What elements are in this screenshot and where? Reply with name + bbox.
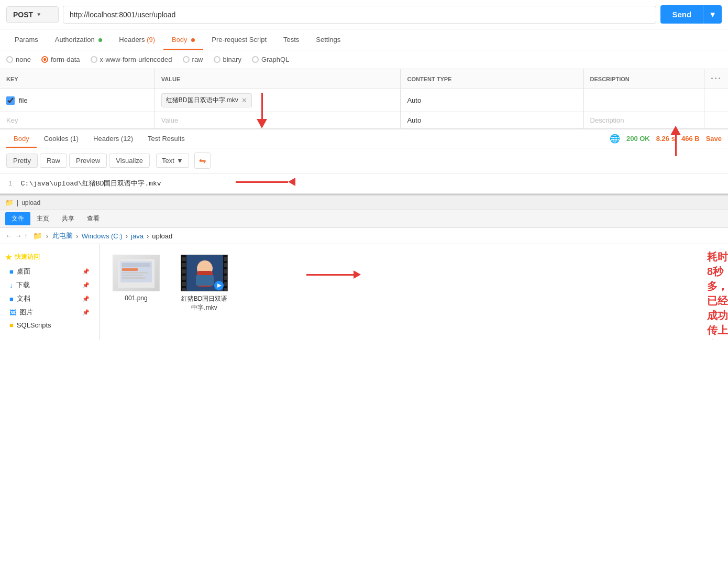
svg-rect-20 <box>224 282 228 286</box>
sidebar-item-docs[interactable]: ■ 文档 📌 <box>5 292 94 305</box>
send-dropdown-icon[interactable]: ▼ <box>703 5 722 24</box>
body-types: none form-data x-www-form-urlencoded raw… <box>0 50 728 69</box>
row2-key-cell[interactable]: Key <box>0 112 155 129</box>
col-header-content-type: CONTENT TYPE <box>401 69 583 89</box>
pretty-button[interactable]: Pretty <box>6 154 38 168</box>
fe-ribbon: 文件 主页 共享 查看 <box>0 210 728 228</box>
svg-rect-27 <box>196 275 214 286</box>
fe-quick-access: ★ 快速访问 ■ 桌面 📌 ↓ 下载 📌 ■ 文档 📌 <box>0 249 99 334</box>
nav-forward-icon[interactable]: → <box>15 232 22 240</box>
body-type-graphql[interactable]: GraphQL <box>252 56 289 63</box>
ribbon-tab-view[interactable]: 查看 <box>81 212 106 225</box>
tab-headers[interactable]: Headers (9) <box>111 29 163 50</box>
url-input[interactable] <box>63 6 656 24</box>
row1-content-type-cell[interactable]: Auto <box>401 89 583 112</box>
table-row: file 红猪BD国日双语中字.mkv ✕ Auto <box>0 89 728 112</box>
col-header-key: KEY <box>0 69 155 89</box>
preview-button[interactable]: Preview <box>69 154 107 168</box>
col-header-description: DESCRIPTION <box>583 69 704 89</box>
svg-rect-6 <box>122 277 146 279</box>
body-type-none[interactable]: none <box>6 56 31 63</box>
svg-rect-12 <box>182 276 186 280</box>
sidebar-item-downloads[interactable]: ↓ 下载 📌 <box>5 278 94 292</box>
response-toolbar: Pretty Raw Preview Visualize Text ▼ ⇋ <box>0 148 728 173</box>
sidebar-item-desktop[interactable]: ■ 桌面 📌 <box>5 265 94 278</box>
pictures-icon: 🖼 <box>9 309 16 316</box>
svg-rect-18 <box>224 269 228 274</box>
file-001png[interactable]: 001.png <box>110 255 162 302</box>
row2-description-cell[interactable]: Description <box>583 112 704 129</box>
body-type-raw[interactable]: raw <box>183 56 203 63</box>
breadcrumb-sep-1: › <box>76 232 78 240</box>
svg-rect-19 <box>224 276 228 280</box>
resp-tab-test-results[interactable]: Test Results <box>140 129 192 148</box>
file-explorer: 📁 | upload 文件 主页 共享 查看 ← → ↑ 📁 › 此电脑 › W… <box>0 194 728 340</box>
row2-content-type-cell[interactable]: Auto <box>401 112 583 129</box>
video-thumbnail <box>181 255 228 291</box>
send-button[interactable]: Send ▼ <box>660 5 722 24</box>
breadcrumb-item-computer[interactable]: 此电脑 <box>52 231 73 241</box>
tab-pre-request[interactable]: Pre-request Script <box>203 29 275 50</box>
body-type-urlencoded[interactable]: x-www-form-urlencoded <box>91 56 172 63</box>
ribbon-tab-home[interactable]: 主页 <box>30 212 56 225</box>
arrow-annotation-path <box>236 178 295 186</box>
arrow-annotation-time <box>670 126 681 156</box>
pin-icon-pictures: 📌 <box>82 309 90 316</box>
fe-content: 001.png <box>100 244 728 323</box>
method-select[interactable]: POST ▼ <box>6 6 59 23</box>
resp-tab-headers[interactable]: Headers (12) <box>86 129 140 148</box>
nav-up-icon[interactable]: ↑ <box>24 232 28 240</box>
body-dot <box>191 38 195 42</box>
file-thumbnail-001png <box>113 255 160 291</box>
fe-sidebar: ★ 快速访问 ■ 桌面 📌 ↓ 下载 📌 ■ 文档 📌 <box>0 244 100 340</box>
visualize-button[interactable]: Visualize <box>109 154 150 168</box>
fe-titlebar: 📁 | upload <box>0 195 728 210</box>
sqlscripts-folder-icon: ■ <box>9 321 14 329</box>
breadcrumb-separator-1: › <box>46 232 48 240</box>
body-type-form-data[interactable]: form-data <box>41 56 80 63</box>
resp-tab-body[interactable]: Body <box>6 129 37 148</box>
text-format-dropdown[interactable]: Text ▼ <box>156 154 189 168</box>
breadcrumb-sep-3: › <box>147 232 149 240</box>
thumbnail-placeholder <box>113 255 159 291</box>
file-video-mkv[interactable]: 红猪BD国日双语中字.mkv <box>178 255 230 312</box>
save-button[interactable]: Save <box>706 135 722 143</box>
col-header-more: ··· <box>704 69 728 89</box>
col-header-value: VALUE <box>155 69 401 89</box>
row1-description-cell[interactable] <box>583 89 704 112</box>
tab-tests[interactable]: Tests <box>275 29 307 50</box>
sidebar-item-sqlscripts[interactable]: ■ SQLScripts <box>5 319 94 331</box>
downloads-icon: ↓ <box>9 281 13 289</box>
tab-params[interactable]: Params <box>6 29 47 50</box>
response-size: 466 B <box>681 135 700 143</box>
fe-folder-icon: 📁 <box>5 199 14 206</box>
sidebar-item-pictures[interactable]: 🖼 图片 📌 <box>5 305 94 319</box>
ribbon-tab-file[interactable]: 文件 <box>5 212 30 225</box>
globe-icon: 🌐 <box>610 134 620 144</box>
file-tag-remove[interactable]: ✕ <box>241 96 247 104</box>
request-tabs: Params Authorization Headers (9) Body Pr… <box>0 29 728 50</box>
nav-back-icon[interactable]: ← <box>5 232 13 240</box>
fe-content-wrapper: 001.png <box>100 244 728 340</box>
pin-icon-downloads: 📌 <box>82 282 90 289</box>
text-format-chevron-icon: ▼ <box>177 157 183 165</box>
resp-tab-cookies[interactable]: Cookies (1) <box>37 129 86 148</box>
row1-checkbox[interactable] <box>6 96 15 105</box>
tab-settings[interactable]: Settings <box>307 29 349 50</box>
response-meta: 🌐 200 OK 8.26 s 466 B Save <box>610 134 722 144</box>
ribbon-tab-share[interactable]: 共享 <box>56 212 81 225</box>
wrap-button[interactable]: ⇋ <box>194 152 211 169</box>
tab-authorization[interactable]: Authorization <box>47 29 111 50</box>
breadcrumb-item-java[interactable]: java <box>131 232 144 240</box>
form-data-table-wrapper: KEY VALUE CONTENT TYPE DESCRIPTION ··· f… <box>0 69 728 128</box>
raw-button[interactable]: Raw <box>40 154 67 168</box>
breadcrumb-item-drive[interactable]: Windows (C:) <box>82 232 123 240</box>
body-type-binary[interactable]: binary <box>214 56 241 63</box>
star-icon: ★ <box>5 253 12 261</box>
send-label: Send <box>660 5 703 24</box>
row1-value-cell[interactable]: 红猪BD国日双语中字.mkv ✕ <box>155 89 401 112</box>
url-bar: POST ▼ Send ▼ <box>0 0 728 29</box>
tab-body[interactable]: Body <box>163 29 203 50</box>
form-data-table: KEY VALUE CONTENT TYPE DESCRIPTION ··· f… <box>0 69 728 128</box>
row2-value-cell[interactable]: Value <box>155 112 401 129</box>
